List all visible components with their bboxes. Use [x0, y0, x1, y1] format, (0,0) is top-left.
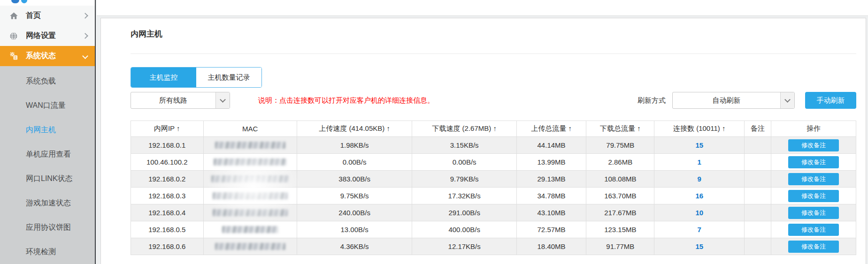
sidebar-subitem[interactable]: WAN口流量	[0, 93, 95, 118]
table-header-row: 内网IP ↑MAC上传速度 (414.05KB) ↑下载速度 (2.67MB) …	[131, 121, 856, 137]
sidebar-subitem[interactable]: 内网主机	[0, 118, 95, 142]
edit-remark-button[interactable]: 修改备注	[788, 207, 839, 219]
upload-total-cell: 72.57MB	[516, 221, 586, 238]
home-icon	[8, 11, 19, 21]
connections-link[interactable]: 15	[695, 141, 703, 149]
edit-remark-button[interactable]: 修改备注	[788, 139, 839, 151]
download-total-cell: 108.08MB	[586, 171, 654, 188]
sidebar-item-label: 首页	[26, 11, 83, 21]
chevron-down-icon	[215, 92, 230, 108]
remark-cell	[745, 204, 771, 221]
connections-cell: 7	[654, 221, 745, 238]
mac-cell	[203, 221, 297, 238]
connections-cell: 9	[654, 171, 745, 188]
table-row: 192.168.0.2383.00B/s9.79KB/s29.13MB108.0…	[131, 171, 856, 188]
manual-refresh-button[interactable]: 手动刷新	[805, 92, 856, 109]
download-total-cell: 79.75MB	[586, 137, 654, 154]
download-speed-cell: 291.00B/s	[412, 204, 516, 221]
connections-cell: 15	[654, 238, 745, 255]
column-header[interactable]: 上传总流量 ↑	[516, 121, 586, 137]
column-header: 备注	[745, 121, 771, 137]
table-row: 192.168.0.11.98KB/s3.15KB/s44.14MB79.75M…	[131, 137, 856, 154]
sidebar-subitem[interactable]: 游戏加速状态	[0, 191, 95, 215]
host-table: 内网IP ↑MAC上传速度 (414.05KB) ↑下载速度 (2.67MB) …	[131, 121, 856, 255]
gear-icon	[8, 51, 19, 60]
action-cell: 修改备注	[771, 154, 856, 171]
mac-blurred	[215, 243, 285, 250]
mac-blurred	[214, 158, 286, 166]
ip-cell: 192.168.0.3	[131, 188, 204, 204]
edit-remark-button[interactable]: 修改备注	[788, 224, 839, 236]
sidebar-item-system-status[interactable]: 系统状态	[0, 46, 95, 66]
column-header[interactable]: 下载速度 (2.67MB) ↑	[412, 121, 516, 137]
upload-total-cell: 43.10MB	[516, 204, 586, 221]
refresh-mode-select[interactable]: 自动刷新	[672, 92, 795, 109]
upload-total-cell: 29.13MB	[516, 171, 586, 188]
action-cell: 修改备注	[771, 137, 856, 154]
sidebar-item-home[interactable]: 首页	[0, 6, 95, 26]
edit-remark-button[interactable]: 修改备注	[788, 241, 839, 253]
page-title: 内网主机	[131, 30, 856, 39]
line-select[interactable]: 所有线路	[131, 92, 230, 109]
sidebar-subitem[interactable]: 单机应用查看	[0, 142, 95, 166]
column-header[interactable]: 上传速度 (414.05KB) ↑	[297, 121, 412, 137]
sidebar-item-label: 系统状态	[26, 51, 83, 61]
column-header: 操作	[771, 121, 856, 137]
upload-speed-cell: 4.36KB/s	[297, 238, 412, 255]
edit-remark-button[interactable]: 修改备注	[788, 190, 839, 202]
remark-cell	[745, 137, 771, 154]
table-row: 192.168.0.513.00B/s400.00B/s72.57MB123.1…	[131, 221, 856, 238]
column-header[interactable]: 连接数 (10011) ↑	[654, 121, 745, 137]
table-row: 192.168.0.39.75KB/s17.32KB/s34.78MB163.7…	[131, 188, 856, 204]
ip-cell: 192.168.0.1	[131, 137, 204, 154]
connections-link[interactable]: 1	[698, 158, 701, 166]
chevron-right-icon	[82, 13, 88, 19]
download-total-cell: 217.67MB	[586, 204, 654, 221]
connections-cell: 16	[654, 188, 745, 204]
action-cell: 修改备注	[771, 171, 856, 188]
table-row: 192.168.0.4240.00B/s291.00B/s43.10MB217.…	[131, 204, 856, 221]
download-total-cell: 123.15MB	[586, 221, 654, 238]
ip-cell: 192.168.0.4	[131, 204, 204, 221]
connections-cell: 15	[654, 137, 745, 154]
ip-cell: 100.46.100.2	[131, 154, 204, 171]
mac-cell	[203, 137, 297, 154]
download-speed-cell: 17.32KB/s	[412, 188, 516, 204]
download-speed-cell: 0.00B/s	[412, 154, 516, 171]
sidebar-subitem[interactable]: 应用协议饼图	[0, 215, 95, 240]
upload-total-cell: 13.99MB	[516, 154, 586, 171]
tab-host-count-record[interactable]: 主机数量记录	[196, 68, 261, 87]
logo-area	[0, 0, 95, 6]
upload-speed-cell: 0.00B/s	[297, 154, 412, 171]
connections-link[interactable]: 15	[695, 242, 703, 250]
edit-remark-button[interactable]: 修改备注	[788, 173, 839, 185]
column-header[interactable]: 内网IP ↑	[131, 121, 204, 137]
action-cell: 修改备注	[771, 238, 856, 255]
sidebar-subitem[interactable]: 网口LINK状态	[0, 166, 95, 191]
filter-row: 所有线路 说明：点击连接数可以打开对应客户机的详细连接信息。 刷新方式 自动刷新…	[131, 92, 856, 109]
top-bar	[97, 0, 868, 16]
sidebar-item-network-settings[interactable]: 网络设置	[0, 26, 95, 46]
download-speed-cell: 400.00B/s	[412, 221, 516, 238]
upload-speed-cell: 9.75KB/s	[297, 188, 412, 204]
sidebar-subitem[interactable]: 环境检测	[0, 240, 95, 264]
upload-total-cell: 18.40MB	[516, 238, 586, 255]
mac-cell	[203, 154, 297, 171]
tab-host-monitor[interactable]: 主机监控	[131, 68, 196, 87]
upload-speed-cell: 383.00B/s	[297, 171, 412, 188]
sidebar-subitem[interactable]: 系统负载	[0, 69, 95, 93]
remark-cell	[745, 188, 771, 204]
edit-remark-button[interactable]: 修改备注	[788, 156, 839, 168]
line-select-value: 所有线路	[131, 92, 215, 108]
action-cell: 修改备注	[771, 221, 856, 238]
connections-link[interactable]: 9	[698, 175, 701, 183]
download-speed-cell: 12.17KB/s	[412, 238, 516, 255]
connections-link[interactable]: 10	[695, 209, 703, 217]
sidebar-submenu: 系统负载WAN口流量内网主机单机应用查看网口LINK状态游戏加速状态应用协议饼图…	[0, 66, 95, 264]
upload-speed-cell: 1.98KB/s	[297, 137, 412, 154]
connections-link[interactable]: 16	[695, 192, 703, 200]
column-header[interactable]: 下载总流量 ↑	[586, 121, 654, 137]
ip-cell: 192.168.0.6	[131, 238, 204, 255]
chevron-down-icon	[82, 53, 88, 59]
connections-link[interactable]: 7	[698, 226, 701, 234]
